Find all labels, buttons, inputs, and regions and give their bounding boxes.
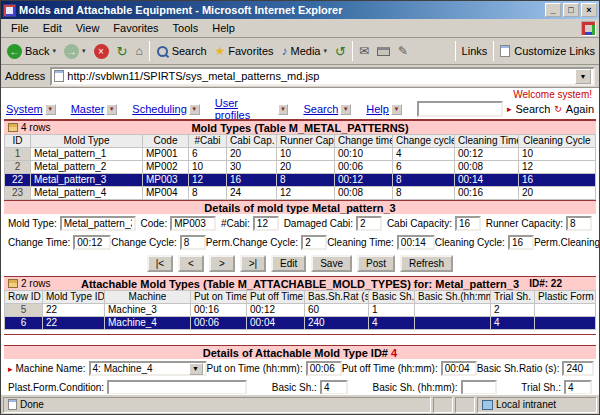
minimize-button[interactable]: _ [545, 3, 561, 17]
customize-links[interactable]: Customize Links [514, 45, 595, 57]
prev-record-button[interactable]: < [178, 255, 204, 272]
menu-favorites[interactable]: Favorites [106, 20, 165, 36]
mold-types-title: Mold Types (Table M_METAL_PATTERNS) [4, 122, 596, 134]
mold-details-header: Details of mold type Metal_pattern_3 [4, 200, 596, 214]
cabi-capacity-input[interactable] [455, 216, 481, 231]
status-bar: Done Local intranet [1, 394, 599, 414]
plast-form-condition-input[interactable] [107, 380, 247, 394]
attachable-title: Attachable Mold Types (Table M_ATTACHABL… [4, 278, 596, 290]
attachable-rowcount-area: 2 rows [8, 278, 50, 289]
chevron-down-icon[interactable]: ▼ [340, 104, 351, 115]
edit-button[interactable]: Edit [271, 255, 306, 272]
save-button[interactable]: Save [311, 255, 352, 272]
damaged-cabi-input[interactable] [356, 216, 382, 231]
table-row[interactable]: 5 22 Machine_3 00:16 00:12 60 1 2 [5, 304, 596, 317]
field-label: Basic Sh.Ratio (s): [477, 363, 560, 374]
nav-master-link[interactable]: Master [71, 103, 105, 115]
back-dropdown-icon[interactable]: ▾ [52, 47, 56, 55]
media-button[interactable]: ♪ Media ▾ [278, 40, 331, 63]
toolbar-separator [455, 41, 456, 61]
close-button[interactable]: × [581, 3, 597, 17]
trial-sh-input[interactable] [564, 380, 592, 394]
put-on-time-input[interactable] [306, 361, 342, 376]
maximize-button[interactable]: □ [563, 3, 579, 17]
basic-sh-ratio-input[interactable] [562, 361, 594, 376]
nav-user-profiles-link[interactable]: User profiles [215, 97, 276, 121]
favorites-button[interactable]: ★ Favorites [211, 40, 278, 63]
nav-help: Help ▼ [366, 103, 402, 115]
mold-type-input[interactable] [60, 216, 136, 231]
basic-sh-hhmm-input[interactable] [461, 380, 497, 394]
field-label: Damaged Cabi: [284, 218, 353, 229]
chevron-down-icon[interactable]: ▼ [45, 104, 56, 115]
mail-button[interactable]: ✉ [355, 40, 373, 63]
search-button[interactable]: Search [515, 103, 550, 115]
menu-view[interactable]: View [69, 20, 107, 36]
table-row[interactable]: 23 Metal_pattern_4 MP004 8 24 12 00:08 8… [5, 187, 596, 200]
forward-dropdown-icon[interactable]: ▾ [82, 47, 86, 55]
table-row-selected[interactable]: 22 Metal_pattern_3 MP003 12 16 8 00:12 8… [5, 174, 596, 187]
nav-system-link[interactable]: System [6, 103, 43, 115]
title-bar[interactable]: Molds and Attachable Equipment - Microso… [1, 1, 599, 19]
links-area: Links Customize Links [453, 41, 597, 61]
edit-page-button[interactable]: ✎ [394, 40, 412, 63]
refresh-button[interactable]: ↻ [113, 40, 132, 63]
chevron-down-icon[interactable]: ▼ [189, 363, 203, 375]
field-label: Basic Sh. (hh:mm): [373, 382, 458, 393]
next-record-button[interactable]: > [209, 255, 235, 272]
chevron-down-icon[interactable]: ▼ [391, 104, 402, 115]
nav-help-link[interactable]: Help [366, 103, 389, 115]
refresh-button[interactable]: Refresh [400, 255, 453, 272]
machine-name-select[interactable]: 4: Machine_4 ▼ [89, 361, 207, 376]
address-field[interactable]: http://svblwn11/SPIRTS/sys_metal_pattern… [50, 67, 595, 86]
chevron-down-icon[interactable]: ▼ [189, 104, 200, 115]
post-button[interactable]: Post [357, 255, 395, 272]
address-url[interactable]: http://svblwn11/SPIRTS/sys_metal_pattern… [67, 70, 572, 82]
history-button[interactable]: ↺ [331, 40, 350, 63]
perm-change-cycle-input[interactable] [301, 235, 327, 250]
cleaning-time-input[interactable] [397, 235, 435, 250]
media-dropdown-icon[interactable]: ▾ [324, 47, 328, 55]
change-cycle-input[interactable] [180, 235, 206, 250]
search-toolbar-label: Search [172, 45, 207, 57]
search-toolbar-button[interactable]: Search [152, 40, 211, 63]
table-row-selected[interactable]: 6 22 Machine_4 00:06 00:04 240 4 4 [5, 317, 596, 330]
quick-search-input[interactable] [417, 101, 503, 117]
refresh-icon: ↻ [117, 45, 128, 58]
first-record-button[interactable]: |< [147, 255, 173, 272]
field-label: Change Time: [8, 237, 70, 248]
code-input[interactable] [170, 216, 216, 231]
basic-sh-input[interactable] [320, 380, 348, 394]
table-row[interactable]: 2 Metal_pattern_2 MP002 10 30 20 00:06 6… [5, 161, 596, 174]
cleaning-cycle-input[interactable] [508, 235, 534, 250]
stop-button[interactable]: × [90, 40, 113, 63]
back-button[interactable]: ← Back ▾ [3, 40, 60, 63]
links-label[interactable]: Links [462, 45, 488, 57]
cabi-field: #Cabi: [221, 216, 279, 231]
table-row[interactable]: 1 Metal_pattern_1 MP001 6 20 10 00:10 4 … [5, 148, 596, 161]
menu-help[interactable]: Help [205, 20, 242, 36]
chevron-down-icon[interactable]: ▼ [278, 104, 289, 115]
basic-sh-ratio-field: Basic Sh.Ratio (s): [477, 361, 595, 376]
address-dropdown-icon[interactable]: ▼ [575, 69, 591, 84]
cleaning-cycle-field: Cleaning Cycle: [435, 235, 534, 250]
security-zone-panel: Local intranet [477, 397, 597, 413]
change-time-input[interactable] [73, 235, 111, 250]
menu-file[interactable]: File [4, 20, 36, 36]
home-button[interactable]: ⌂ [131, 40, 146, 63]
cabi-input[interactable] [253, 216, 279, 231]
browser-window: Molds and Attachable Equipment - Microso… [0, 0, 600, 415]
menu-edit[interactable]: Edit [36, 20, 69, 36]
last-record-button[interactable]: >| [240, 255, 266, 272]
nav-search-link[interactable]: Search [303, 103, 338, 115]
chevron-down-icon[interactable]: ▼ [106, 104, 117, 115]
menu-tools[interactable]: Tools [166, 20, 206, 36]
forward-icon: → [64, 44, 79, 59]
column-header: Put off Time [247, 291, 305, 304]
runner-capacity-input[interactable] [566, 216, 592, 231]
print-button[interactable] [373, 40, 394, 63]
forward-button[interactable]: → ▾ [60, 40, 90, 63]
put-off-time-input[interactable] [441, 361, 477, 376]
again-button[interactable]: Again [566, 103, 594, 115]
nav-scheduling-link[interactable]: Scheduling [132, 103, 186, 115]
